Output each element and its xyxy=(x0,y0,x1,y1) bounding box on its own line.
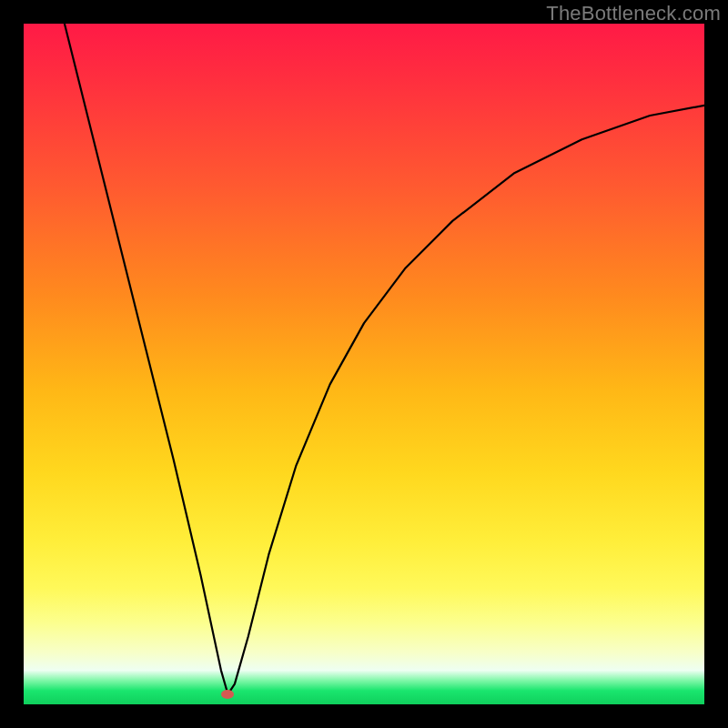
chart-frame: TheBottleneck.com xyxy=(0,0,728,728)
bottleneck-curve xyxy=(24,24,704,704)
optimal-point-marker xyxy=(221,690,234,699)
plot-area xyxy=(24,24,704,704)
watermark-text: TheBottleneck.com xyxy=(546,2,721,25)
